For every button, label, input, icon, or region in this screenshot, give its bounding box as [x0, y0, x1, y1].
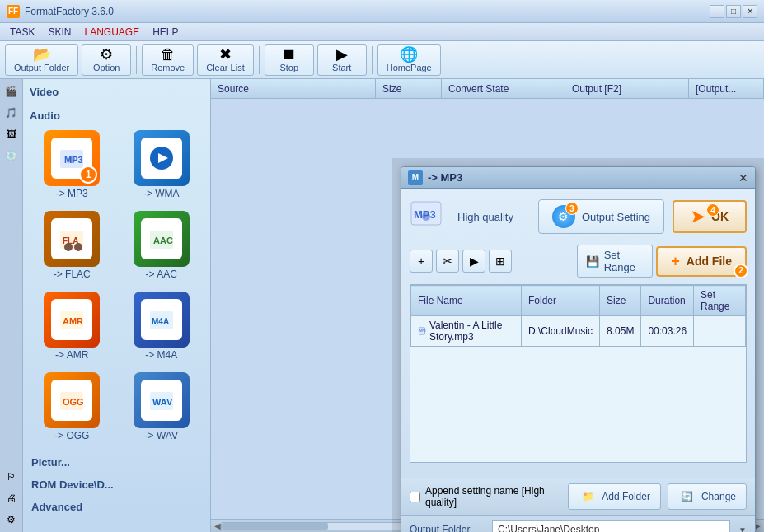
step-3-badge: 3: [565, 202, 579, 215]
maximize-button[interactable]: □: [726, 5, 741, 18]
main-content-wrapper: Source Size Convert State Output [F2] [O…: [211, 79, 764, 532]
amr-icon-box: AMR: [44, 292, 100, 348]
format-m4a[interactable]: M4A -> M4A: [120, 288, 204, 364]
modal-add-icon-btn[interactable]: +: [410, 250, 433, 273]
svg-text:OGG: OGG: [63, 397, 84, 407]
set-range-button[interactable]: 💾 Set Range: [577, 245, 654, 278]
col-convert-state: Convert State: [442, 79, 565, 98]
modal-title: -> MP3: [428, 171, 738, 184]
modal-close-button[interactable]: ✕: [738, 171, 748, 184]
ogg-label: -> OGG: [54, 430, 89, 441]
cell-folder: D:\CloudMusic: [522, 316, 600, 347]
homepage-button[interactable]: 🌐 HomePage: [377, 44, 441, 76]
ok-arrow-icon: ➤: [691, 207, 705, 226]
sidebar-advanced-label[interactable]: Advanced: [23, 496, 210, 518]
aac-icon-box: AAC: [134, 211, 190, 267]
app-icon: FF: [7, 5, 20, 18]
toolbar-separator-2: [259, 46, 260, 74]
amr-label: -> AMR: [55, 349, 88, 361]
col-setrange: Set Range: [694, 286, 746, 316]
svg-point-7: [64, 243, 73, 251]
printer-icon[interactable]: 🖨: [2, 489, 21, 507]
modal-settings-row: MP3 High quality ⚙ 3 Output Setting ➤: [410, 197, 747, 236]
add-file-button[interactable]: + Add File 2: [656, 246, 747, 277]
toolbar-separator-3: [372, 46, 373, 74]
menu-help[interactable]: HELP: [146, 25, 185, 40]
modal-scissors-btn[interactable]: ✂: [436, 250, 459, 273]
table-row[interactable]: MP3 Valentin - A Little Story.mp3 D:\Clo…: [411, 316, 746, 347]
video-icon[interactable]: 🎬: [2, 82, 21, 100]
folder-icon: 📂: [33, 47, 51, 62]
wma-inner-icon: [141, 138, 182, 179]
wav-icon-box: WAV: [134, 372, 190, 428]
mp3-badge: 1: [79, 166, 97, 184]
change-button[interactable]: 🔄 Change: [668, 483, 747, 510]
col-duration: Duration: [641, 286, 694, 316]
minimize-button[interactable]: —: [710, 5, 724, 18]
output-setting-button[interactable]: ⚙ 3 Output Setting: [538, 199, 664, 234]
wma-label: -> WMA: [143, 188, 180, 199]
main-area: 🎬 🎵 🖼 💿 🏳 🖨 ⚙ Video Audio MP3 1: [0, 79, 764, 532]
svg-text:AAC: AAC: [153, 236, 173, 245]
output-folder-row: Output Folder ▼: [401, 515, 755, 532]
output-folder-input[interactable]: [492, 520, 730, 532]
col-output: Output [F2]: [565, 79, 689, 98]
sidebar-rom-label[interactable]: ROM Device\D...: [23, 474, 210, 496]
menu-task[interactable]: TASK: [3, 25, 41, 40]
settings-icon[interactable]: ⚙: [2, 511, 21, 529]
remove-icon: 🗑: [161, 47, 176, 62]
add-folder-button[interactable]: 📁 Add Folder: [568, 483, 661, 510]
stop-button[interactable]: ⏹ Stop: [265, 44, 314, 76]
wav-inner-icon: WAV: [141, 380, 182, 421]
sidebar-audio-label: Audio: [23, 106, 210, 124]
sidebar: Video Audio MP3 1 -> MP3: [23, 79, 211, 532]
format-aac[interactable]: AAC -> AAC: [120, 208, 204, 283]
flag-icon[interactable]: 🏳: [2, 468, 21, 486]
scroll-left-btn[interactable]: ◀: [214, 521, 221, 530]
modal-grid-btn[interactable]: ⊞: [489, 250, 512, 273]
menu-skin[interactable]: SKIN: [41, 25, 77, 40]
start-button[interactable]: ▶ Start: [317, 44, 367, 76]
format-wma[interactable]: -> WMA: [120, 127, 204, 203]
format-wav[interactable]: WAV -> WAV: [120, 369, 204, 445]
modal-overlay: M -> MP3 ✕ MP3 High quality ⚙: [392, 158, 764, 532]
option-button[interactable]: ⚙ Option: [82, 44, 131, 76]
format-flac[interactable]: FLA -> FLAC: [30, 208, 115, 283]
svg-text:M4A: M4A: [152, 317, 169, 326]
output-setting-label: Output Setting: [582, 211, 650, 223]
scrollbar-thumb[interactable]: [222, 523, 328, 530]
dropdown-arrow-icon[interactable]: ▼: [738, 525, 747, 533]
modal-mp3-icon: M: [408, 170, 423, 185]
flac-inner-icon: FLA: [51, 218, 92, 259]
menu-language[interactable]: LANGUAGE: [77, 25, 146, 40]
remove-button[interactable]: 🗑 Remove: [142, 44, 194, 76]
format-ogg[interactable]: OGG -> OGG: [30, 369, 115, 445]
aac-label: -> AAC: [146, 268, 177, 280]
output-folder-button[interactable]: 📂 Output Folder: [5, 44, 78, 76]
start-icon: ▶: [336, 47, 348, 62]
close-button[interactable]: ✕: [743, 5, 757, 18]
sidebar-picture-label[interactable]: Pictur...: [23, 451, 210, 474]
picture-icon[interactable]: 🖼: [2, 125, 21, 143]
set-range-label: Set Range: [604, 249, 644, 273]
step-2-badge: 2: [734, 264, 748, 278]
m4a-icon-box: M4A: [134, 292, 190, 348]
flac-label: -> FLAC: [54, 268, 91, 280]
stop-icon: ⏹: [282, 47, 297, 62]
ok-button[interactable]: ➤ 4 OK: [673, 200, 747, 233]
column-headers: Source Size Convert State Output [F2] [O…: [211, 79, 764, 99]
append-setting-checkbox[interactable]: [410, 492, 420, 502]
format-amr[interactable]: AMR -> AMR: [30, 288, 115, 364]
add-file-label: Add File: [687, 254, 732, 268]
audio-icon[interactable]: 🎵: [2, 104, 21, 122]
toolbar-separator-1: [136, 46, 137, 74]
modal-play-btn[interactable]: ▶: [462, 250, 485, 273]
rom-icon[interactable]: 💿: [2, 147, 21, 165]
cell-setrange: [694, 316, 746, 347]
modal-title-bar: M -> MP3 ✕: [401, 167, 755, 189]
format-mp3[interactable]: MP3 1 -> MP3: [30, 127, 115, 203]
svg-text:AMR: AMR: [63, 316, 83, 326]
file-table: File Name Folder Size Duration Set Range: [410, 285, 746, 347]
col-size: Size: [600, 286, 641, 316]
clear-list-button[interactable]: ✖ Clear List: [197, 44, 253, 76]
